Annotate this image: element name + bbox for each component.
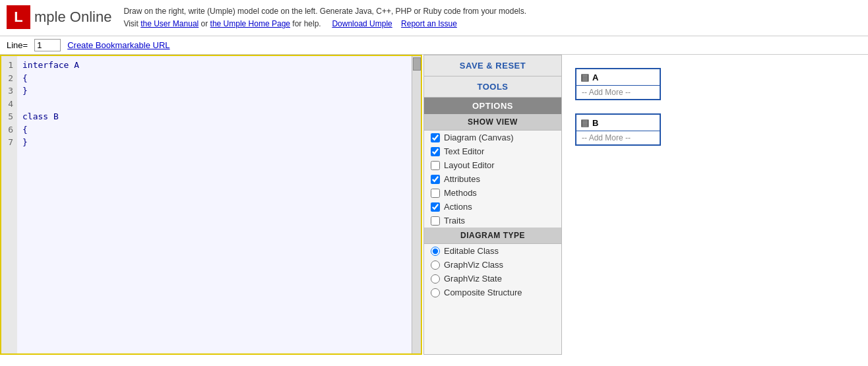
radio-graphviz-class[interactable]: GraphViz Class: [424, 258, 561, 272]
logo: L mple Online: [7, 5, 111, 29]
traits-checkbox[interactable]: [431, 216, 440, 226]
options-panel: SAVE & RESET TOOLS OPTIONS SHOW VIEW Dia…: [423, 55, 562, 355]
line-num-3: 3: [5, 84, 13, 98]
options-header: OPTIONS: [424, 98, 561, 114]
download-umple-link[interactable]: Download Umple: [332, 19, 392, 28]
options-body: SHOW VIEW Diagram (Canvas) Text Editor L…: [424, 114, 561, 354]
header-or-text: or: [201, 19, 210, 28]
header-for-help-text: for help.: [292, 19, 321, 28]
checkbox-attributes[interactable]: Attributes: [424, 172, 561, 186]
scrollbar-thumb[interactable]: [413, 57, 421, 71]
user-manual-link[interactable]: the User Manual: [140, 19, 199, 28]
tools-button[interactable]: TOOLS: [424, 76, 561, 98]
diagram-canvas-checkbox[interactable]: [431, 133, 440, 142]
editor-scrollbar[interactable]: [412, 56, 421, 353]
header-desc-line1: Draw on the right, write (Umple) model c…: [123, 7, 526, 16]
attributes-checkbox[interactable]: [431, 175, 440, 184]
line-num-1: 1: [5, 59, 13, 72]
class-box-a: ▤ A -- Add More --: [575, 68, 661, 100]
radio-editable-class[interactable]: Editable Class: [424, 244, 561, 258]
header: L mple Online Draw on the right, write (…: [0, 0, 868, 36]
code-editor[interactable]: interface A { } class B { }: [17, 56, 412, 353]
header-description: Draw on the right, write (Umple) model c…: [123, 5, 526, 30]
save-reset-button[interactable]: SAVE & RESET: [424, 55, 561, 76]
class-name-b: B: [592, 118, 598, 128]
editable-class-label[interactable]: Editable Class: [444, 246, 499, 256]
checkbox-text-editor[interactable]: Text Editor: [424, 144, 561, 158]
line-num-2: 2: [5, 72, 13, 85]
graphviz-state-label[interactable]: GraphViz State: [444, 274, 502, 284]
actions-label[interactable]: Actions: [444, 202, 472, 212]
show-view-header: SHOW VIEW: [424, 114, 561, 131]
class-title-a: ▤ A: [576, 69, 660, 86]
class-add-more-a[interactable]: -- Add More --: [576, 86, 660, 99]
editor-panel: 1 2 3 4 5 6 7 interface A { } class B { …: [0, 55, 422, 355]
line-num-4: 4: [5, 98, 13, 111]
layout-editor-checkbox[interactable]: [431, 161, 440, 170]
graphviz-class-radio[interactable]: [431, 260, 440, 270]
diagram-canvas-label[interactable]: Diagram (Canvas): [444, 133, 513, 142]
traits-label[interactable]: Traits: [444, 216, 465, 226]
composite-structure-radio[interactable]: [431, 288, 440, 297]
line-num-6: 6: [5, 123, 13, 137]
checkbox-diagram-canvas[interactable]: Diagram (Canvas): [424, 131, 561, 144]
radio-composite-structure[interactable]: Composite Structure: [424, 286, 561, 299]
report-issue-link[interactable]: Report an Issue: [401, 19, 457, 28]
editable-class-radio[interactable]: [431, 247, 440, 256]
actions-checkbox[interactable]: [431, 202, 440, 212]
class-box-b: ▤ B -- Add More --: [575, 113, 661, 146]
class-name-a: A: [592, 73, 598, 82]
line-bar: Line= Create Bookmarkable URL: [0, 36, 868, 55]
graphviz-class-label[interactable]: GraphViz Class: [444, 260, 503, 270]
checkbox-traits[interactable]: Traits: [424, 214, 561, 228]
attributes-label[interactable]: Attributes: [444, 174, 480, 184]
class-add-more-b[interactable]: -- Add More --: [576, 131, 660, 144]
checkbox-layout-editor[interactable]: Layout Editor: [424, 158, 561, 172]
line-number-input[interactable]: [34, 39, 61, 51]
text-editor-checkbox[interactable]: [431, 147, 440, 156]
header-visit-text: Visit: [123, 19, 140, 28]
checkbox-actions[interactable]: Actions: [424, 200, 561, 214]
diagram-panel: ▤ A -- Add More -- ▤ B -- Add More --: [562, 55, 868, 355]
line-num-7: 7: [5, 136, 13, 149]
line-label: Line=: [7, 40, 28, 50]
class-icon-a: ▤: [580, 72, 589, 82]
radio-graphviz-state[interactable]: GraphViz State: [424, 272, 561, 286]
create-bookmarkable-url-link[interactable]: Create Bookmarkable URL: [67, 40, 170, 50]
logo-text: mple Online: [34, 9, 111, 26]
composite-structure-label[interactable]: Composite Structure: [444, 288, 522, 297]
checkbox-methods[interactable]: Methods: [424, 186, 561, 200]
line-num-5: 5: [5, 110, 13, 123]
main-layout: 1 2 3 4 5 6 7 interface A { } class B { …: [0, 55, 868, 355]
class-icon-b: ▤: [580, 117, 589, 128]
graphviz-state-radio[interactable]: [431, 274, 440, 284]
home-page-link[interactable]: the Umple Home Page: [210, 19, 290, 28]
text-editor-label[interactable]: Text Editor: [444, 146, 484, 156]
logo-icon: L: [7, 5, 30, 29]
methods-label[interactable]: Methods: [444, 188, 477, 198]
methods-checkbox[interactable]: [431, 189, 440, 198]
line-numbers: 1 2 3 4 5 6 7: [1, 56, 17, 353]
diagram-type-header: DIAGRAM TYPE: [424, 228, 561, 244]
layout-editor-label[interactable]: Layout Editor: [444, 160, 495, 170]
class-title-b: ▤ B: [576, 115, 660, 131]
